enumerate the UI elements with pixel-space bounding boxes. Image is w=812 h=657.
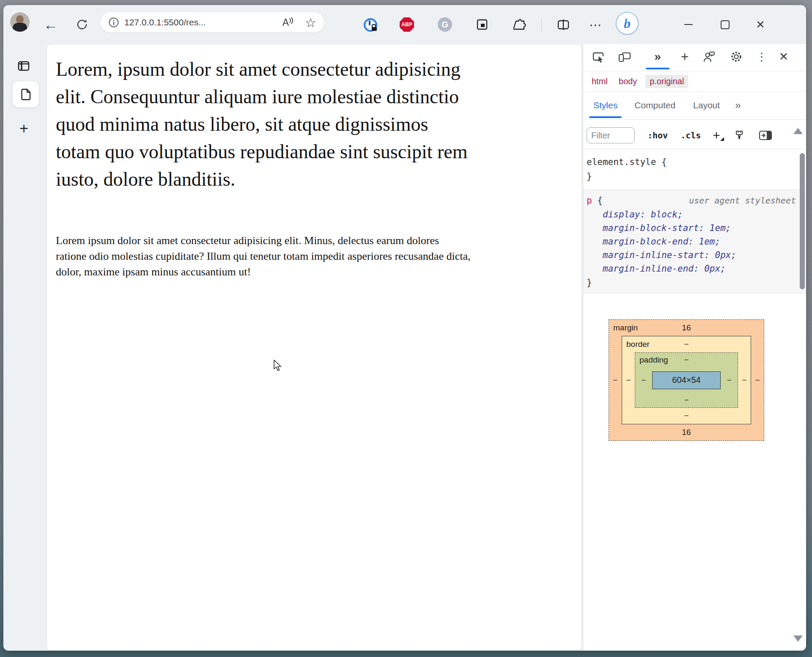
element-style-rule[interactable]: element.style { } [583, 149, 806, 188]
tab-computed[interactable]: Computed [634, 100, 675, 110]
new-tab-button[interactable]: + [19, 121, 28, 136]
breadcrumb-selected[interactable]: p.original [645, 75, 688, 88]
breadcrumb-html[interactable]: html [589, 75, 610, 88]
breadcrumb-body[interactable]: body [616, 75, 639, 88]
body-line: ratione odio molestias cupiditate? Illum… [56, 248, 470, 264]
margin-top-value[interactable]: 16 [682, 323, 691, 333]
body-paragraph: Lorem ipsum dolor sit amet consectetur a… [56, 233, 470, 280]
padding-label: padding [639, 355, 668, 365]
margin-left-value[interactable]: − [609, 336, 622, 424]
minimize-button[interactable] [679, 5, 698, 44]
scrollbar-down-arrow[interactable] [793, 635, 803, 642]
padding-top-value[interactable]: − [684, 355, 689, 365]
border-bottom-value[interactable]: − [684, 411, 689, 421]
tab-layout[interactable]: Layout [693, 100, 720, 110]
lead-line: elit. Consequuntur aliquam iure molestia… [56, 83, 468, 110]
padding-bottom-value[interactable]: − [684, 396, 689, 405]
grammarly-icon: G [438, 17, 452, 32]
adblock-icon: ABP [400, 17, 414, 32]
inspect-icon [592, 50, 605, 63]
margin-bottom-value[interactable]: 16 [682, 428, 691, 437]
grammarly-extension-button[interactable]: G [436, 5, 453, 44]
toolbar-divider [541, 18, 542, 31]
css-declaration[interactable]: margin-inline-start: 0px; [587, 248, 806, 262]
back-button[interactable]: ← [42, 5, 59, 44]
tabs-overflow-button[interactable]: » [735, 99, 741, 111]
more-panels-button[interactable]: » [647, 44, 669, 69]
box-model-border: border − − padding − − [622, 336, 751, 424]
lead-line: Lorem, ipsum dolor sit amet consectetur … [56, 55, 468, 83]
styles-filter-bar: :hov .cls + [583, 122, 806, 149]
element-style-selector: element.style [587, 157, 656, 167]
device-toolbar-button[interactable] [616, 44, 633, 69]
devtools-more-button[interactable]: ⋮ [753, 44, 770, 69]
collections-button[interactable] [474, 5, 491, 44]
filter-input[interactable] [587, 127, 635, 143]
border-right-value[interactable]: − [738, 352, 751, 408]
tab-actions-button[interactable] [17, 59, 30, 73]
class-toggle[interactable]: .cls [680, 130, 701, 140]
element-breadcrumbs: html body p.original [583, 71, 806, 92]
settings-more-button[interactable]: ⋯ [586, 5, 606, 44]
read-aloud-button[interactable]: A [283, 17, 294, 28]
desktop: { "browser": { "url_text": "127.0.0.1:55… [0, 0, 812, 657]
maximize-icon [721, 20, 730, 29]
inspect-element-button[interactable] [590, 44, 607, 69]
box-model-margin: margin 16 − border − − [609, 319, 764, 441]
rule-origin: user agent stylesheet [689, 193, 796, 208]
user-agent-rule[interactable]: user agent stylesheet p { display: block… [583, 190, 806, 294]
border-top-value[interactable]: − [684, 340, 689, 349]
brace-close: } [587, 275, 806, 290]
box-model-diagram[interactable]: margin 16 − border − − [609, 319, 764, 441]
privacy-lock-icon [363, 17, 378, 32]
rendering-emulation-button[interactable] [733, 129, 746, 142]
page-viewport: Lorem, ipsum dolor sit amet consectetur … [47, 44, 582, 651]
close-devtools-button[interactable]: ✕ [774, 44, 793, 69]
avatar-head [16, 15, 24, 24]
adblock-extension-button[interactable]: ABP [398, 5, 415, 44]
bing-chat-button[interactable]: b [616, 12, 639, 35]
privacy-extension-button[interactable] [362, 5, 379, 44]
feedback-button[interactable] [700, 44, 719, 69]
devtools-panel: » + ⋮ ✕ html body p.origina [583, 44, 806, 651]
refresh-button[interactable] [74, 5, 91, 44]
add-panel-button[interactable]: + [675, 44, 694, 69]
split-screen-button[interactable] [555, 5, 572, 44]
css-declaration[interactable]: margin-block-end: 1em; [587, 235, 806, 248]
panel-toggle-icon [758, 129, 773, 142]
site-info-icon[interactable] [108, 17, 119, 28]
active-tab-button[interactable] [13, 81, 39, 107]
favorite-star-icon[interactable]: ☆ [305, 15, 316, 30]
extensions-button[interactable] [512, 5, 529, 44]
mouse-cursor [273, 360, 284, 372]
scrollbar-up-arrow[interactable] [793, 128, 803, 134]
maximize-button[interactable] [716, 5, 734, 44]
pseudo-state-toggle[interactable]: :hov [647, 130, 668, 140]
lead-line: quod minima natus libero, sit atque dign… [56, 110, 468, 138]
padding-right-value[interactable]: − [721, 376, 738, 385]
border-left-value[interactable]: − [622, 352, 635, 408]
padding-left-value[interactable]: − [635, 376, 652, 385]
devtools-settings-button[interactable] [727, 44, 746, 69]
margin-right-value[interactable]: − [751, 336, 764, 424]
gear-icon [730, 50, 743, 63]
css-declaration[interactable]: margin-block-start: 1em; [587, 221, 806, 235]
lead-paragraph: Lorem, ipsum dolor sit amet consectetur … [56, 55, 468, 193]
url-text[interactable]: 127.0.0.1:5500/res... [124, 17, 206, 27]
ua-rule-selector: p [587, 195, 592, 206]
scrollbar-thumb[interactable] [800, 153, 805, 289]
css-declaration[interactable]: display: block; [587, 208, 806, 221]
address-bar[interactable]: 127.0.0.1:5500/res... A ☆ [101, 12, 324, 33]
vertical-tabs-sidebar: + [3, 44, 46, 651]
devtools-toolbar: » + ⋮ ✕ [583, 44, 806, 71]
device-emulation-icon [617, 50, 632, 63]
computed-sidebar-toggle-button[interactable] [758, 129, 773, 142]
box-model-padding: padding − − 604×54 − [635, 352, 738, 408]
tab-styles[interactable]: Styles [593, 100, 617, 110]
new-style-rule-button[interactable]: + [713, 129, 720, 142]
box-model-content[interactable]: 604×54 [652, 371, 721, 389]
close-window-button[interactable]: ✕ [751, 5, 770, 44]
profile-avatar[interactable] [10, 12, 30, 32]
css-declaration[interactable]: margin-inline-end: 0px; [587, 262, 806, 275]
brace-open: { [597, 195, 603, 206]
